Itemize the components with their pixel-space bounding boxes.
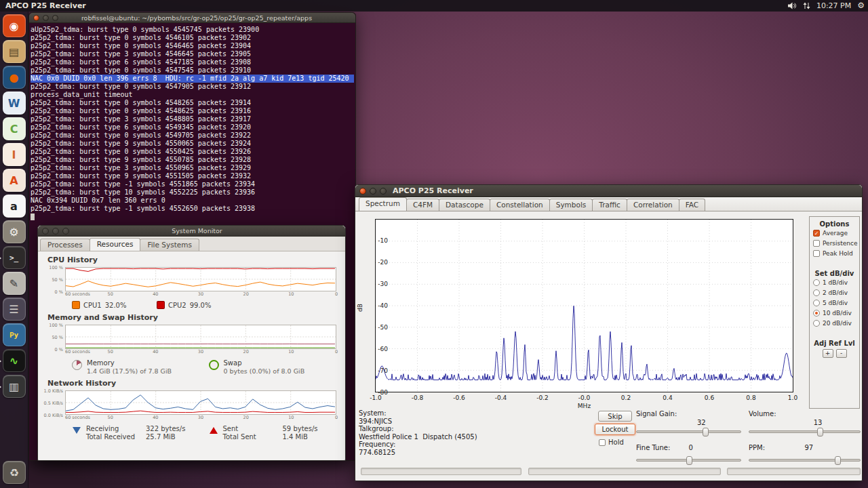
session-gear-icon[interactable]: ⚙	[857, 0, 865, 12]
launcher-python[interactable]: Py	[3, 323, 26, 346]
memory-value: 1.4 GiB (17.5%) of 7.8 GiB	[87, 367, 172, 375]
radio-1-db-div[interactable]: 1 dB/div	[813, 279, 858, 286]
terminal-line: process_data_unit timeout	[31, 91, 354, 99]
p25-tab-symbols[interactable]: Symbols	[549, 199, 593, 211]
option-average[interactable]: ✓Average	[813, 230, 858, 237]
sysmon-tab-processes[interactable]: Processes	[40, 239, 90, 251]
slider-handle[interactable]	[817, 428, 823, 436]
slider-handle[interactable]	[703, 428, 709, 436]
option-persistence[interactable]: Persistence	[813, 240, 858, 247]
slider-track[interactable]	[636, 430, 741, 433]
launcher-software-center[interactable]: A	[3, 169, 26, 192]
terminal-line: aUp25p2_tdma: burst type 0 symbols 45457…	[31, 26, 354, 34]
slider-track[interactable]	[749, 459, 861, 462]
y-tick-label: 50 %	[38, 277, 63, 283]
launcher-ubuntu-dash[interactable]: ◉	[3, 14, 26, 37]
launcher-libreoffice-impress[interactable]: I	[3, 143, 26, 166]
files-icon: ▤	[9, 45, 19, 58]
lockout-button[interactable]: Lockout	[595, 424, 635, 435]
x-tick-label: 30	[198, 415, 203, 420]
running-indicator	[0, 256, 1, 261]
frequency-label: Frequency:	[359, 441, 477, 449]
close-button[interactable]	[33, 15, 39, 21]
p25-tab-constellation[interactable]: Constellation	[490, 199, 550, 211]
launcher-system-monitor[interactable]: ∿	[3, 349, 26, 372]
checkbox-persistence[interactable]	[813, 240, 820, 247]
ref-plus-button[interactable]: +	[823, 349, 833, 358]
clock[interactable]: 10:27 PM	[816, 1, 851, 10]
launcher-libreoffice-writer[interactable]: W	[3, 92, 26, 115]
memory-pie-icon[interactable]	[72, 360, 82, 370]
launcher-tweak-tool[interactable]: ☰	[3, 298, 26, 321]
adj-ref-lvl-heading: Adj Ref Lvl	[811, 340, 858, 347]
cpu1-color-swatch[interactable]	[72, 301, 80, 309]
option-peak-hold[interactable]: Peak Hold	[813, 250, 858, 257]
launcher-libreoffice-calc[interactable]: C	[3, 117, 26, 140]
slider-handle[interactable]	[835, 456, 841, 465]
checkbox-peak-hold[interactable]	[813, 250, 820, 257]
p25-tab-correlation[interactable]: Correlation	[627, 199, 679, 211]
terminal-cursor-line	[31, 213, 354, 221]
checkbox-average[interactable]: ✓	[813, 230, 820, 237]
terminal-line: p25p2_tdma: burst type 0 symbols 4546465…	[31, 42, 354, 50]
radio-button-1-db-div[interactable]	[813, 279, 820, 286]
x-tick-label: 60 seconds	[65, 415, 90, 420]
maximize-button[interactable]	[380, 188, 387, 195]
radio-button-20-db-div[interactable]	[813, 320, 820, 327]
maximize-button[interactable]	[52, 15, 58, 21]
launcher-firefox[interactable]: ●	[3, 66, 26, 89]
hold-checkbox-box[interactable]	[599, 439, 606, 446]
sysmon-tab-resources[interactable]: Resources	[90, 238, 141, 251]
launcher-amazon[interactable]: a	[3, 195, 26, 218]
spectrum-x-tick: 0.6	[698, 394, 721, 401]
sysmon-tab-file-systems[interactable]: File Systems	[140, 239, 199, 251]
radio-button-5-db-div[interactable]	[813, 300, 820, 306]
terminal-line: p25p2_tdma: burst type 0 symbols 4548265…	[31, 99, 354, 107]
desktop: APCO P25 Receiver 10:27 PM ⚙ ◉▤●WCIAa⚙>_…	[0, 0, 868, 488]
launcher-text-editor[interactable]: ✎	[3, 272, 26, 295]
swap-value: 0 bytes (0.0%) of 8.0 GiB	[224, 367, 305, 375]
hold-checkbox[interactable]: Hold	[599, 439, 624, 446]
skip-button[interactable]: Skip	[598, 411, 632, 422]
p25-tab-datascope[interactable]: Datascope	[439, 199, 490, 211]
radio-2-db-div[interactable]: 2 dB/div	[813, 289, 858, 296]
close-button[interactable]	[42, 228, 49, 235]
window-buttons	[33, 15, 58, 21]
p25-titlebar[interactable]: APCO P25 Receiver	[355, 185, 862, 197]
minimize-button[interactable]	[52, 228, 59, 235]
ref-minus-button[interactable]: -	[836, 349, 847, 358]
channel-info: System: 394:NJICS Talkgroup: Westfield P…	[359, 409, 477, 456]
network-icon[interactable]	[803, 2, 810, 9]
close-button[interactable]	[359, 188, 366, 195]
network-legend: Receiving 322 bytes/s Total Received 25.…	[72, 425, 345, 441]
minimize-button[interactable]	[370, 188, 376, 195]
terminal-titlebar[interactable]: robfissel@ubuntu: ~/pybombs/src/gr-op25/…	[29, 13, 355, 23]
radio-label: 5 dB/div	[823, 300, 848, 306]
maximize-button[interactable]	[62, 228, 69, 235]
volume-icon[interactable]	[788, 2, 797, 9]
terminal-title: robfissel@ubuntu: ~/pybombs/src/gr-op25/…	[58, 14, 355, 22]
radio-button-10-db-div[interactable]	[813, 310, 820, 317]
terminal-line: p25p2_tdma: burst type 0 symbols 4550425…	[31, 148, 354, 156]
p25-tab-c4fm[interactable]: C4FM	[406, 199, 439, 211]
launcher-files[interactable]: ▤	[3, 40, 26, 63]
radio-5-db-div[interactable]: 5 dB/div	[813, 300, 858, 306]
radio-20-db-div[interactable]: 20 dB/div	[813, 320, 858, 327]
slider-track[interactable]	[636, 459, 741, 462]
launcher-terminal[interactable]: >_	[3, 246, 26, 269]
slider-track[interactable]	[749, 430, 861, 433]
cpu2-color-swatch[interactable]	[157, 301, 165, 309]
radio-button-2-db-div[interactable]	[813, 289, 820, 296]
launcher-p25-app[interactable]: ▥	[3, 375, 26, 398]
minimize-button[interactable]	[43, 15, 49, 21]
sysmon-titlebar[interactable]: System Monitor	[38, 226, 345, 237]
p25-tab-spectrum[interactable]: Spectrum	[359, 197, 407, 211]
launcher-system-settings[interactable]: ⚙	[3, 220, 26, 243]
radio-10-db-div[interactable]: 10 dB/div	[813, 310, 858, 317]
p25-tab-traffic[interactable]: Traffic	[592, 199, 627, 211]
x-tick-label: 20	[243, 415, 249, 420]
p25-tab-fac[interactable]: FAC	[679, 199, 705, 211]
slider-handle[interactable]	[686, 456, 692, 465]
swap-pie-icon[interactable]	[209, 360, 219, 370]
launcher-trash[interactable]: ♻	[3, 461, 26, 484]
